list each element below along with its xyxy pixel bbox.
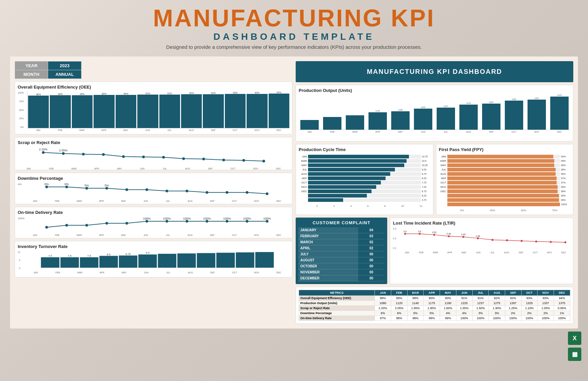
svg-point-34 [126,222,128,225]
complaint-row: FEBRUARY03 [298,233,385,239]
customer-complaint-card: CUSTOMER COMPLAINT JANUARY04FEBRUARY03MA… [296,218,387,284]
svg-text:5%: 5% [105,184,109,187]
svg-point-47 [266,220,269,223]
complaint-row: NOVEMBER00 [298,269,385,275]
oee-bars: 88%89%89%90%90%91%91%92%92%93%93%94% [27,92,289,128]
svg-point-18 [86,187,88,189]
svg-text:100%: 100% [183,217,191,220]
scrap-chart-card: Scrap or Reject Rate 2.20%2.05% JANFEBMA… [15,137,292,170]
oee-bar-group: 90% [116,93,136,128]
svg-point-31 [65,224,68,227]
downtime-title: Downtime Percentage [18,176,289,181]
complaint-row: JULY00 [298,251,385,257]
dashboard-container: YEAR 2023 MONTH ANNUAL Overall Equipment… [10,56,578,329]
cycle-time-title: Production Cycle Time [299,147,430,152]
svg-point-71 [433,234,435,236]
svg-rect-66 [255,252,274,268]
oee-bar-group: 91% [159,92,180,128]
inventory-title: Inventory Turnover Rate [18,244,289,249]
svg-point-45 [246,220,249,223]
complaint-title: CUSTOMER COMPLAINT [298,220,385,225]
oee-bar-group: 92% [181,92,202,128]
year-value: 2023 [48,61,81,70]
oee-bar-group: 88% [28,93,49,128]
main-title: MANUFACTURING KPI [0,6,588,30]
downtime-x-labels: JANFEBMARAPRMAYJUNJULAUGSEPOCTNOVDEC [18,200,289,202]
metrics-table: METRICSJANFEBMARAPRMAYJUNJULAUGSEPOCTNOV… [299,290,570,321]
svg-point-32 [86,224,88,227]
prod-output-title: Production Output (Units) [299,88,570,93]
ltir-card: Lost Time Incident Rate (LTIR) 0.5 0.3 0… [390,218,573,284]
svg-text:0.48: 0.48 [447,233,451,235]
svg-point-28 [246,191,249,194]
oee-bar-group: 89% [50,93,70,128]
svg-rect-61 [158,254,176,268]
svg-text:100%: 100% [223,217,231,220]
oee-bar-group: 93% [225,92,246,128]
svg-rect-51 [60,257,79,268]
downtime-chart-card: Downtime Percentage 4% 6%6%5%5% JANFEBMA… [15,173,292,204]
svg-rect-55 [100,256,118,268]
svg-point-4 [82,153,85,155]
svg-point-20 [106,187,108,189]
svg-text:0.45: 0.45 [461,233,466,236]
svg-point-30 [45,226,48,229]
svg-point-79 [492,239,494,241]
svg-text:100%: 100% [163,217,171,220]
svg-text:9.5: 9.5 [146,251,150,254]
complaint-row: APRIL02 [298,245,385,251]
svg-point-6 [122,155,125,158]
svg-point-22 [126,188,128,191]
complaint-row: AUGUST00 [298,257,385,263]
metrics-row: Production Output (Units)108011201140117… [299,301,570,306]
metrics-row: Overall Equipment Efficiency (OEE)88%89%… [299,296,570,301]
ltir-x-labels: JANFEBMARAPRMAYJUNJULAUGSEPOCTNOVDEC [393,251,570,254]
svg-point-12 [243,159,245,162]
ltir-title: Lost Time Incident Rate (LTIR) [393,221,570,226]
svg-point-33 [106,222,108,225]
excel-icon-2[interactable]: ▦ [568,348,581,361]
left-column: YEAR 2023 MONTH ANNUAL Overall Equipment… [15,61,292,324]
oee-title: Overall Equipment Efficiency (OEE) [18,85,289,90]
page-header: MANUFACTURING KPI DASHBOARD TEMPLATE Des… [0,0,588,53]
svg-point-84 [565,241,567,243]
svg-point-0 [42,151,45,154]
svg-point-77 [477,237,479,239]
svg-text:7.5: 7.5 [48,254,52,257]
excel-icon-1[interactable]: X [568,332,581,345]
svg-point-67 [404,233,406,235]
fpy-card: First Pass Yield (FPY) JAN94%MAR95%MAY95… [436,144,574,215]
prod-x-labels: JANFEBMARAPRMAYJUNJULAUGSEPOCTNOVDEC [299,131,570,133]
svg-point-26 [206,191,208,194]
mid-section: Production Cycle Time JAN10.75MAR10.5MAY… [296,144,573,215]
month-label: MONTH [15,70,48,79]
svg-text:7.5: 7.5 [87,254,91,257]
oee-bar-group: 93% [247,92,267,128]
complaint-row: JANUARY04 [298,227,385,233]
svg-text:0.55: 0.55 [432,231,437,234]
svg-text:8.75: 8.75 [126,253,131,256]
svg-rect-62 [177,253,196,268]
description: Designed to provide a comprehensive view… [0,44,588,50]
inventory-chart-card: Inventory Turnover Rate 12 6 0 7.57.57.5… [15,241,292,277]
subtitle: DASHBOARD TEMPLATE [0,31,588,42]
svg-point-37 [166,220,168,223]
metrics-row: Downtime Percentage6%6%5%5%4%4%3%3%2%2%2… [299,311,570,316]
excel-icons: X ▦ [568,332,581,361]
svg-point-7 [142,156,145,158]
svg-text:0.6: 0.6 [418,230,421,233]
svg-rect-64 [216,253,235,268]
cycle-time-bars: JAN10.75MAR10.5MAY10.25JUL9.25AUG8.75SEP… [299,154,430,203]
svg-point-41 [206,220,208,223]
ontime-title: On-time Delivery Rate [18,210,289,215]
oee-x-labels: JANFEBMARAPRMAYJUNJULAUGSEPOCTNOVDEC [27,129,289,131]
svg-point-11 [223,159,225,161]
svg-rect-53 [80,257,98,268]
svg-point-13 [263,160,265,162]
svg-text:7.5: 7.5 [68,254,72,257]
svg-point-69 [419,233,421,235]
svg-text:8.5: 8.5 [107,253,111,256]
month-value: ANNUAL [48,70,81,79]
svg-point-9 [182,157,185,160]
svg-point-2 [62,152,65,155]
